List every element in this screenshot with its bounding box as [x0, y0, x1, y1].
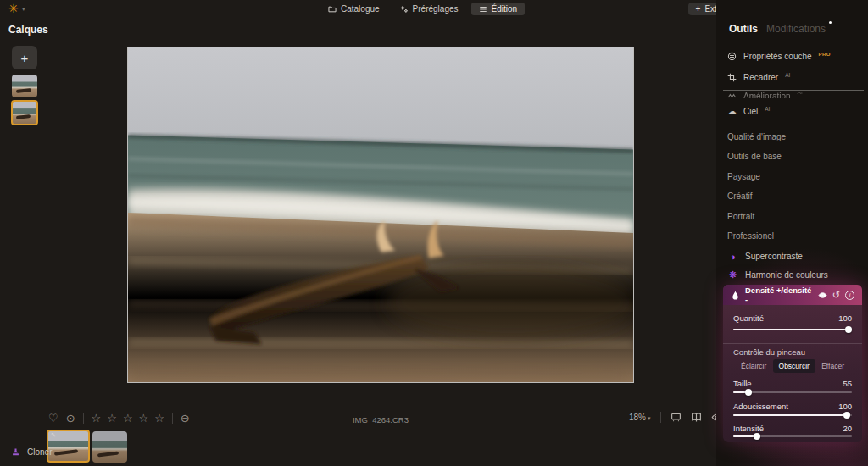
- layer-properties-icon: [727, 52, 737, 61]
- divider: [660, 412, 661, 423]
- brush-control-label: Contrôle du pinceau: [733, 347, 805, 357]
- brush-mode-segmented: Éclaircir Obscurcir Effacer: [735, 359, 850, 373]
- cloud-icon: ☁: [727, 106, 737, 117]
- dodge-burn-header[interactable]: Densité +/densité - ↺ i: [723, 285, 862, 305]
- section-outils-de-base[interactable]: Outils de base: [727, 152, 782, 161]
- zoom-level-dropdown[interactable]: 18%▾: [629, 413, 651, 422]
- star-icon[interactable]: ☆: [107, 412, 117, 424]
- brush-mode-effacer[interactable]: Effacer: [815, 359, 850, 373]
- tool-label: Harmonie de couleurs: [745, 270, 828, 280]
- panel-title: Densité +/densité -: [745, 286, 813, 304]
- reset-undo-icon[interactable]: ↺: [832, 291, 840, 300]
- tool-item-amelioration-clipped[interactable]: Amélioration AI: [727, 92, 803, 98]
- tool-label: Cloner: [27, 447, 52, 457]
- pro-badge: PRO: [819, 52, 831, 57]
- tab-label: Catalogue: [341, 4, 380, 14]
- tool-item-cloner[interactable]: Cloner: [11, 447, 52, 457]
- tool-label: Ciel: [743, 107, 758, 116]
- slider-value: 100: [838, 313, 852, 323]
- section-creatif[interactable]: Créatif: [727, 191, 752, 201]
- tab-prereglages[interactable]: Préréglages: [392, 3, 466, 15]
- tool-item-recadrer[interactable]: Recadrer AI: [727, 71, 790, 84]
- crop-icon: [727, 73, 737, 82]
- size-labels: Taille 55: [733, 379, 852, 388]
- divider: [723, 343, 862, 344]
- chevron-down-icon: ▾: [648, 415, 651, 421]
- section-paysage[interactable]: Paysage: [727, 172, 760, 181]
- sliders-icon: [479, 5, 487, 14]
- amount-labels: Quantité 100: [733, 313, 852, 323]
- image-canvas[interactable]: [127, 47, 634, 383]
- intensity-labels: Intensité 20: [733, 424, 852, 433]
- filmstrip-thumbnail-selected[interactable]: ✎: [47, 430, 90, 463]
- edited-indicator-icon: ✎: [51, 432, 56, 439]
- brush-mode-eclaircir[interactable]: Éclaircir: [735, 359, 772, 373]
- tool-label: Amélioration: [743, 92, 791, 98]
- app-menu[interactable]: ✳ ▾: [8, 2, 25, 15]
- filename-label: IMG_4264.CR3: [127, 415, 634, 424]
- reject-icon[interactable]: ⊙: [66, 412, 75, 424]
- section-portrait[interactable]: Portrait: [727, 212, 754, 221]
- view-controls: 18%▾: [629, 412, 722, 423]
- filmstrip-thumbnail[interactable]: [92, 431, 127, 463]
- tab-label: Préréglages: [413, 4, 459, 14]
- tab-outils[interactable]: Outils: [729, 23, 758, 35]
- compare-before-after-icon[interactable]: [691, 412, 702, 423]
- clone-stamp-icon: [11, 447, 20, 457]
- section-qualite-image[interactable]: Qualité d'image: [727, 132, 786, 141]
- sparkles-icon: [400, 5, 409, 14]
- driftwood-mini: [16, 114, 31, 119]
- slider-knob[interactable]: [845, 326, 852, 333]
- tool-label: Recadrer: [743, 73, 778, 82]
- slider-value: 100: [838, 402, 852, 411]
- info-icon[interactable]: i: [845, 291, 854, 300]
- tool-item-ciel[interactable]: ☁ Ciel AI: [727, 105, 770, 118]
- tool-item-proprietes-couche[interactable]: Propriétés couche PRO: [727, 50, 831, 63]
- photo-driftwood-beach: [128, 47, 633, 382]
- ai-badge: AI: [798, 92, 803, 95]
- brush-mode-obscurcir[interactable]: Obscurcir: [773, 359, 815, 373]
- slider-fill: [733, 329, 849, 330]
- slider-label: Adoucissement: [733, 402, 788, 411]
- enhance-icon: [727, 92, 737, 98]
- driftwood-mini: [97, 451, 119, 457]
- amount-slider[interactable]: [733, 329, 852, 330]
- slider-value: 20: [843, 424, 852, 433]
- driftwood-mini: [15, 88, 31, 93]
- zoom-level-value: 18%: [629, 413, 646, 422]
- layers-panel-title: Calques: [8, 24, 48, 36]
- slider-fill: [733, 414, 847, 416]
- softness-slider[interactable]: [733, 414, 852, 416]
- slider-knob[interactable]: [745, 389, 752, 396]
- section-professionel[interactable]: Professionel: [727, 231, 774, 241]
- supercontrast-icon: ◑: [727, 252, 738, 262]
- tool-label: Propriétés couche: [743, 52, 812, 61]
- slider-value: 55: [843, 379, 852, 388]
- star-icon[interactable]: ☆: [92, 412, 102, 424]
- size-slider[interactable]: [733, 391, 852, 393]
- tab-modifications[interactable]: Modifications: [766, 23, 826, 35]
- slider-label: Intensité: [733, 424, 764, 433]
- display-icon[interactable]: [670, 412, 682, 423]
- notification-dot: [829, 21, 832, 24]
- tool-label: Supercontraste: [745, 252, 803, 261]
- tab-catalogue[interactable]: Catalogue: [320, 3, 387, 15]
- slider-knob[interactable]: [843, 412, 850, 419]
- visibility-eye-icon[interactable]: [818, 291, 827, 300]
- add-layer-button[interactable]: +: [12, 46, 37, 69]
- layer-thumbnail[interactable]: [12, 75, 37, 97]
- softness-labels: Adoucissement 100: [733, 402, 852, 411]
- intensity-slider[interactable]: [733, 435, 852, 437]
- ai-badge: AI: [785, 72, 790, 78]
- tool-item-harmonie-de-couleurs[interactable]: ❋ Harmonie de couleurs: [727, 269, 828, 281]
- favorite-heart-icon[interactable]: ♡: [48, 412, 58, 424]
- tab-edition[interactable]: Édition: [471, 3, 526, 15]
- divider: [83, 413, 84, 424]
- color-harmony-icon: ❋: [727, 269, 738, 280]
- plus-icon: +: [696, 4, 701, 14]
- layer-thumbnail-selected[interactable]: [11, 100, 38, 125]
- app-logo-icon: ✳: [8, 2, 19, 15]
- slider-knob[interactable]: [754, 433, 760, 440]
- tool-item-supercontraste[interactable]: ◑ Supercontraste: [727, 250, 803, 263]
- divider: [723, 90, 864, 91]
